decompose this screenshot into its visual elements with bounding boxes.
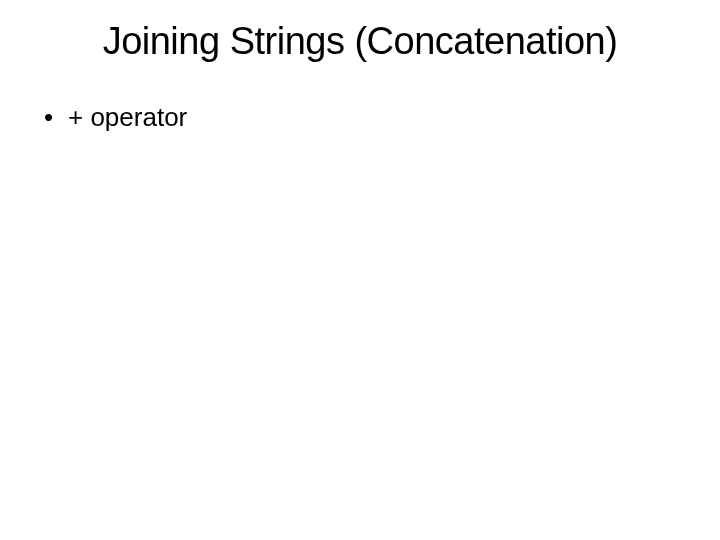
slide-body: + operator bbox=[0, 99, 720, 135]
bullet-item: + operator bbox=[40, 99, 680, 135]
bullet-list: + operator bbox=[40, 99, 680, 135]
slide-title: Joining Strings (Concatenation) bbox=[0, 20, 720, 63]
